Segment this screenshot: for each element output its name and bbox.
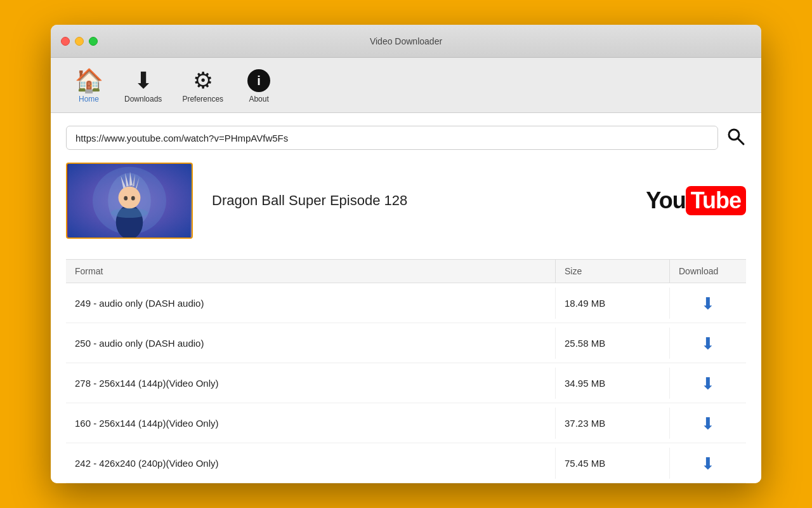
youtube-logo: You Tube [646,186,746,215]
toolbar: 🏠 Home ⬇ Downloads ⚙ Preferences i About [51,58,761,113]
size-cell: 18.49 MB [556,288,670,319]
svg-point-6 [119,187,141,209]
format-cell: 250 - audio only (DASH audio) [66,328,556,359]
download-icon: ⬇ [701,335,715,352]
search-button[interactable] [726,126,746,150]
toolbar-item-downloads[interactable]: ⬇ Downloads [114,67,172,106]
traffic-lights [61,37,98,46]
table-row: 278 - 256x144 (144p)(Video Only) 34.95 M… [66,363,746,403]
download-cell: ⬇ [670,363,746,403]
download-cell: ⬇ [670,443,746,483]
size-cell: 34.95 MB [556,368,670,399]
header-format: Format [66,260,556,283]
minimize-button[interactable] [75,37,84,46]
video-preview: Dragon Ball Super Episode 128 You Tube [66,163,746,248]
header-download: Download [670,260,746,283]
table-row: 242 - 426x240 (240p)(Video Only) 75.45 M… [66,443,746,483]
download-button[interactable]: ⬇ [701,333,715,352]
yt-you-text: You [646,187,685,214]
svg-line-1 [738,138,743,144]
format-cell: 242 - 426x240 (240p)(Video Only) [66,448,556,479]
svg-point-12 [124,196,128,201]
size-cell: 25.58 MB [556,328,670,359]
app-window: Video Downloader 🏠 Home ⬇ Downloads ⚙ Pr… [51,25,761,483]
header-size: Size [556,260,670,283]
search-row [66,126,746,150]
table-row: 249 - audio only (DASH audio) 18.49 MB ⬇ [66,283,746,323]
download-toolbar-icon: ⬇ [134,69,153,92]
download-cell: ⬇ [670,283,746,323]
size-cell: 37.23 MB [556,408,670,439]
format-cell: 160 - 256x144 (144p)(Video Only) [66,408,556,439]
size-cell: 75.45 MB [556,448,670,479]
download-icon: ⬇ [701,295,715,312]
gear-icon: ⚙ [193,69,213,92]
download-cell: ⬇ [670,323,746,363]
yt-tube-text: Tube [686,186,746,215]
home-icon: 🏠 [75,69,103,92]
format-cell: 278 - 256x144 (144p)(Video Only) [66,368,556,399]
svg-point-14 [111,208,148,218]
window-title: Video Downloader [370,36,442,46]
toolbar-item-about[interactable]: i About [233,67,284,106]
downloads-label: Downloads [124,95,162,104]
search-icon [726,126,746,147]
about-label: About [249,95,268,104]
maximize-button[interactable] [89,37,98,46]
download-icon: ⬇ [701,375,715,392]
table-row: 160 - 256x144 (144p)(Video Only) 37.23 M… [66,403,746,443]
download-button[interactable]: ⬇ [701,413,715,432]
download-icon: ⬇ [701,415,715,432]
video-thumbnail [66,163,193,239]
download-button[interactable]: ⬇ [701,293,715,312]
toolbar-item-home[interactable]: 🏠 Home [63,67,114,106]
close-button[interactable] [61,37,70,46]
download-cell: ⬇ [670,403,746,443]
download-icon: ⬇ [701,455,715,472]
video-title: Dragon Ball Super Episode 128 [212,192,627,209]
url-input[interactable] [66,126,718,150]
table-row: 250 - audio only (DASH audio) 25.58 MB ⬇ [66,323,746,363]
toolbar-item-preferences[interactable]: ⚙ Preferences [172,67,233,106]
format-cell: 249 - audio only (DASH audio) [66,288,556,319]
download-button[interactable]: ⬇ [701,453,715,472]
home-label: Home [79,95,99,104]
preferences-label: Preferences [182,95,223,104]
content-area: Dragon Ball Super Episode 128 You Tube F… [51,113,761,483]
info-icon: i [247,69,270,92]
download-button[interactable]: ⬇ [701,373,715,392]
table-header: Format Size Download [66,259,746,283]
titlebar: Video Downloader [51,25,761,58]
format-table: Format Size Download 249 - audio only (D… [66,259,746,483]
svg-point-13 [131,196,135,201]
